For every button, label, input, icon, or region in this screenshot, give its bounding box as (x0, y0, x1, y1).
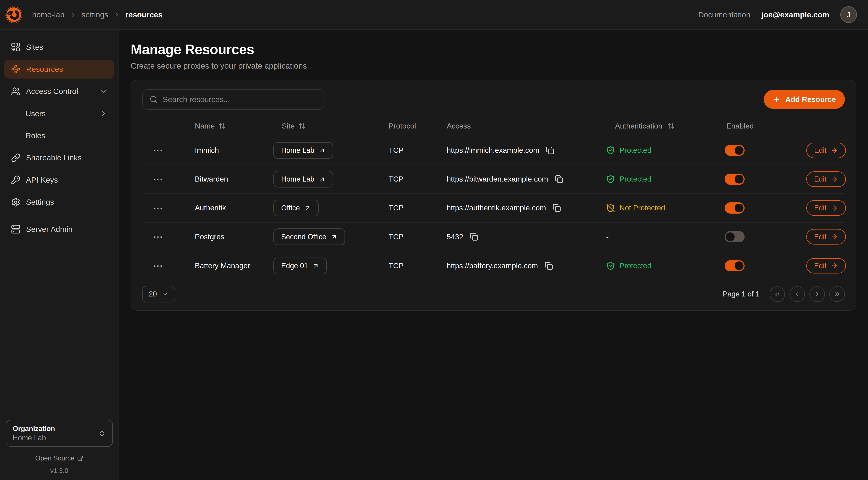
header-site[interactable]: Site (273, 122, 386, 130)
page-size-value: 20 (149, 290, 157, 298)
edit-button[interactable]: Edit (806, 143, 846, 158)
sidebar-item-shareable-links[interactable]: Shareable Links (4, 148, 114, 167)
sidebar-item-label: Shareable Links (26, 153, 82, 162)
enabled-toggle[interactable] (725, 202, 745, 213)
pagination-controls: Page 1 of 1 (723, 286, 845, 302)
enabled-toggle[interactable] (725, 231, 745, 242)
shield-check-icon (606, 261, 615, 270)
edit-button[interactable]: Edit (806, 171, 846, 187)
row-menu-button[interactable]: ⋯ (152, 203, 164, 213)
row-menu-cell: ⋯ (142, 145, 192, 155)
resource-name: Battery Manager (192, 262, 274, 270)
enabled-toggle[interactable] (725, 174, 745, 185)
toggle-thumb (726, 232, 735, 241)
app-version: v1.3.0 (0, 467, 119, 475)
edit-cell: Edit (792, 258, 846, 274)
site-badge[interactable]: Office (273, 200, 319, 216)
gear-icon (11, 198, 21, 207)
row-menu-button[interactable]: ⋯ (152, 232, 164, 242)
site-badge[interactable]: Second Office (273, 229, 345, 245)
documentation-link[interactable]: Documentation (698, 10, 750, 19)
auth-label: Not Protected (619, 204, 665, 212)
edit-button[interactable]: Edit (806, 200, 846, 216)
access-cell: https://bitwarden.example.com (444, 174, 603, 184)
breadcrumb-resources[interactable]: resources (125, 10, 162, 19)
combine-icon (11, 42, 21, 52)
site-badge[interactable]: Home Lab (273, 142, 333, 159)
copy-icon (545, 262, 553, 270)
breadcrumb-home-lab[interactable]: home-lab (32, 10, 64, 19)
enabled-toggle[interactable] (725, 145, 745, 156)
sidebar-item-access-control[interactable]: Access Control (4, 82, 114, 101)
sidebar-item-users[interactable]: Users (4, 104, 114, 123)
site-badge[interactable]: Edge 01 (273, 258, 327, 274)
next-page-button[interactable] (809, 286, 825, 302)
arrow-right-icon (830, 262, 838, 270)
avatar[interactable]: J (840, 6, 857, 23)
header-protocol: Protocol (386, 122, 444, 130)
edit-cell: Edit (792, 200, 846, 216)
open-source-link[interactable]: Open Source (35, 454, 83, 462)
pangolin-logo-icon (4, 5, 23, 24)
add-resource-button[interactable]: Add Resource (764, 90, 845, 109)
protocol: TCP (386, 146, 444, 155)
link-icon (11, 153, 21, 162)
enabled-toggle[interactable] (725, 260, 745, 271)
header-name[interactable]: Name (192, 122, 274, 130)
row-menu-button[interactable]: ⋯ (152, 174, 164, 184)
copy-icon (555, 175, 563, 183)
row-menu-button[interactable]: ⋯ (152, 145, 164, 155)
header-authentication[interactable]: Authentication (603, 122, 720, 130)
edit-button[interactable]: Edit (806, 258, 846, 274)
search-input[interactable] (163, 95, 317, 104)
arrow-right-icon (830, 233, 838, 241)
shield-check-icon (606, 146, 615, 155)
enabled-cell (720, 202, 792, 213)
previous-page-button[interactable] (789, 286, 805, 302)
resource-name: Postgres (192, 233, 274, 241)
auth-status: Not Protected (603, 204, 720, 212)
access-value: https://battery.example.com (447, 262, 538, 270)
protocol: TCP (386, 204, 444, 212)
edit-button[interactable]: Edit (806, 229, 846, 244)
copy-button[interactable] (545, 145, 555, 156)
table-toolbar: Add Resource (142, 89, 845, 110)
organization-selector[interactable]: Organization Home Lab (6, 420, 113, 447)
header-label: Name (195, 122, 215, 130)
edit-label: Edit (814, 262, 827, 270)
header-label: Site (282, 122, 294, 130)
sidebar-item-settings[interactable]: Settings (4, 193, 114, 212)
row-menu-button[interactable]: ⋯ (152, 261, 164, 271)
chevron-left-icon (794, 291, 801, 298)
page-size-select[interactable]: 20 (142, 286, 175, 302)
sidebar-item-sites[interactable]: Sites (4, 38, 114, 57)
copy-button[interactable] (552, 203, 562, 213)
auth-status: Protected (603, 175, 720, 183)
sidebar-item-roles[interactable]: Roles (4, 126, 114, 145)
sidebar-item-label: Settings (26, 198, 54, 207)
sidebar-item-label: Users (26, 109, 46, 118)
sidebar-item-api-keys[interactable]: API Keys (4, 171, 114, 189)
open-source-label: Open Source (35, 454, 74, 462)
arrow-up-right-icon (319, 176, 326, 183)
pangolin-logo[interactable] (4, 5, 23, 24)
copy-button[interactable] (469, 232, 479, 242)
header-enabled: Enabled (720, 122, 792, 130)
access-cell: https://authentik.example.com (444, 203, 603, 213)
sidebar-item-resources[interactable]: Resources (4, 60, 114, 79)
breadcrumb-settings[interactable]: settings (82, 10, 108, 19)
first-page-button[interactable] (770, 286, 785, 302)
site-name: Edge 01 (281, 262, 308, 270)
last-page-button[interactable] (829, 286, 845, 302)
copy-button[interactable] (544, 261, 554, 271)
auth-label: - (606, 233, 609, 241)
chevron-right-icon (69, 11, 77, 18)
copy-button[interactable] (554, 174, 564, 184)
sidebar-item-server-admin[interactable]: Server Admin (4, 220, 114, 239)
access-cell: https://battery.example.com (444, 261, 603, 271)
site-name: Home Lab (281, 146, 314, 154)
copy-icon (546, 146, 554, 155)
sort-icon (219, 122, 226, 129)
chevron-right-icon (813, 291, 821, 298)
site-badge[interactable]: Home Lab (273, 171, 333, 187)
